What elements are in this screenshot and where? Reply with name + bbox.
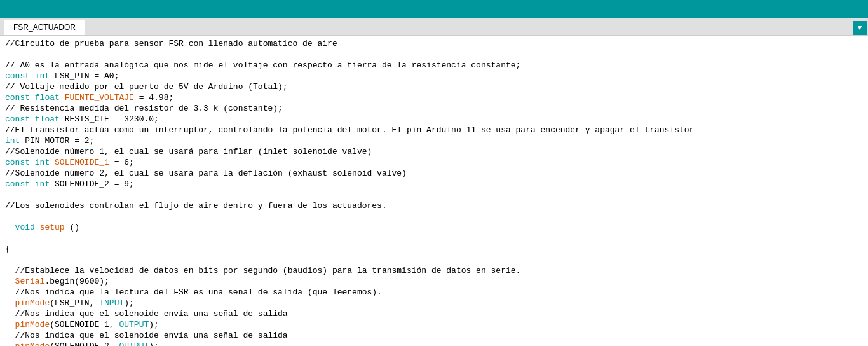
code-line: const float FUENTE_VOLTAJE = 4.98; <box>0 92 868 103</box>
code-line: //Nos indica que el solenoide envía una … <box>0 330 868 341</box>
code-line: //El transistor actúa como un interrupto… <box>0 125 868 135</box>
code-line <box>0 211 868 222</box>
code-line: //Nos indica que la lectura del FSR es u… <box>0 287 868 298</box>
code-line: pinMode(FSR_PIN, INPUT); <box>0 298 868 308</box>
code-line <box>0 49 868 60</box>
editor-area[interactable]: //Circuito de prueba para sensor FSR con… <box>0 36 868 346</box>
code-line: //Circuito de prueba para sensor FSR con… <box>0 38 868 49</box>
code-line: //Nos indica que el solenoide envía una … <box>0 308 868 319</box>
code-line: // Voltaje medido por el puerto de 5V de… <box>0 81 868 92</box>
code-line: const int SOLENOIDE_1 = 6; <box>0 157 868 168</box>
code-line: const int SOLENOIDE_2 = 9; <box>0 179 868 190</box>
code-line: pinMode(SOLENOIDE_2, OUTPUT); <box>0 341 868 346</box>
code-line: //Los solenoides controlan el flujo de a… <box>0 200 868 211</box>
code-line: pinMode(SOLENOIDE_1, OUTPUT); <box>0 319 868 330</box>
code-line: void setup () <box>0 222 868 233</box>
code-line: int PIN_MOTOR = 2; <box>0 135 868 146</box>
code-line: //Establece la velocidad de datos en bit… <box>0 265 868 276</box>
chevron-down-icon: ▼ <box>858 24 862 32</box>
tab-dropdown-button[interactable]: ▼ <box>853 21 867 35</box>
toolbar <box>0 5 868 18</box>
code-line: Serial.begin(9600); <box>0 276 868 287</box>
code-line: //Solenoide número 2, el cual se usará p… <box>0 168 868 179</box>
top-bar <box>0 0 868 5</box>
code-line: { <box>0 244 868 254</box>
code-line: const int FSR_PIN = A0; <box>0 71 868 81</box>
code-line: // A0 es la entrada analógica que nos mi… <box>0 60 868 71</box>
tab-label: FSR_ACTUADOR <box>13 23 76 32</box>
active-tab[interactable]: FSR_ACTUADOR <box>4 20 85 35</box>
tab-bar: FSR_ACTUADOR ▼ <box>0 18 868 36</box>
code-line: // Resistencia medida del resistor de 3.… <box>0 103 868 114</box>
code-line: //Solenoide número 1, el cual se usará p… <box>0 146 868 157</box>
code-line <box>0 233 868 244</box>
code-line <box>0 254 868 265</box>
code-line: const float RESIS_CTE = 3230.0; <box>0 114 868 125</box>
code-line <box>0 190 868 200</box>
